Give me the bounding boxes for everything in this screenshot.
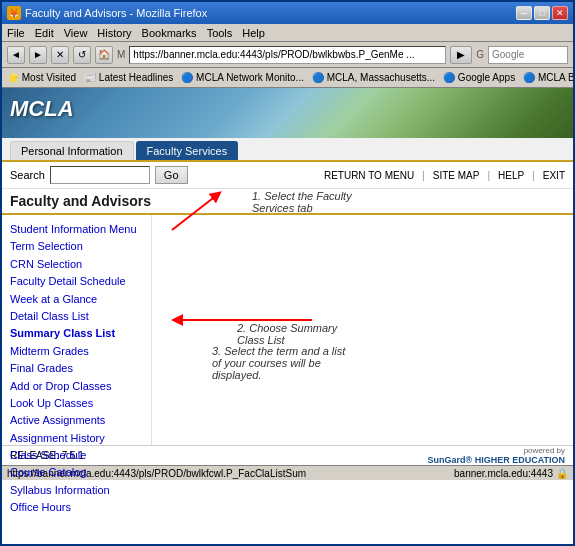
help-link[interactable]: HELP bbox=[498, 170, 524, 181]
back-button[interactable]: ◄ bbox=[7, 46, 25, 64]
lock-icon: 🔒 bbox=[556, 468, 568, 479]
tab-personal-information[interactable]: Personal Information bbox=[10, 141, 134, 160]
nav-assignment-history[interactable]: Assignment History bbox=[10, 430, 143, 447]
forward-button[interactable]: ► bbox=[29, 46, 47, 64]
home-button[interactable]: 🏠 bbox=[95, 46, 113, 64]
bookmark-mcla-blog[interactable]: 🔵 MCLA Blog bbox=[523, 72, 573, 83]
content-area: Student Information Menu Term Selection … bbox=[2, 215, 573, 445]
nav-look-up-classes[interactable]: Look Up Classes bbox=[10, 395, 143, 412]
nav-tabs: Personal Information Faculty Services bbox=[2, 138, 573, 162]
sidebar-nav: Student Information Menu Term Selection … bbox=[2, 215, 152, 445]
search-area: Search Go RETURN TO MENU | SITE MAP | HE… bbox=[2, 162, 573, 189]
powered-by-text: powered by bbox=[428, 446, 565, 455]
window-controls: ─ □ ✕ bbox=[516, 6, 568, 20]
nav-midterm-grades[interactable]: Midterm Grades bbox=[10, 343, 143, 360]
menu-help[interactable]: Help bbox=[242, 27, 265, 39]
mcla-logo: MCLA bbox=[10, 96, 74, 122]
address-go-button[interactable]: ▶ bbox=[450, 46, 472, 64]
main-body: 1. Select the FacultyServices tab 2. Cho… bbox=[152, 215, 573, 445]
address-label: M bbox=[117, 49, 125, 60]
menu-bar: File Edit View History Bookmarks Tools H… bbox=[2, 24, 573, 42]
bookmark-google-apps[interactable]: 🔵 Google Apps bbox=[443, 72, 515, 83]
browser-search-input[interactable] bbox=[488, 46, 568, 64]
menu-history[interactable]: History bbox=[97, 27, 131, 39]
close-button[interactable]: ✕ bbox=[552, 6, 568, 20]
address-input[interactable] bbox=[129, 46, 446, 64]
powered-by: powered by SunGard® HIGHER EDUCATION bbox=[428, 446, 565, 465]
header-banner: MCLA bbox=[2, 88, 573, 138]
menu-file[interactable]: File bbox=[7, 27, 25, 39]
annotation-3-text: 3. Select the term and a listof your cou… bbox=[212, 345, 345, 381]
nav-summary-class-list[interactable]: Summary Class List bbox=[10, 325, 143, 342]
site-map-link[interactable]: SITE MAP bbox=[433, 170, 480, 181]
stop-button[interactable]: ✕ bbox=[51, 46, 69, 64]
menu-tools[interactable]: Tools bbox=[207, 27, 233, 39]
nav-course-catalog[interactable]: Course Catalog bbox=[10, 464, 143, 481]
sungard-logo: SunGard® HIGHER EDUCATION bbox=[428, 455, 565, 465]
nav-syllabus-information[interactable]: Syllabus Information bbox=[10, 482, 143, 499]
nav-week-at-a-glance[interactable]: Week at a Glance bbox=[10, 291, 143, 308]
minimize-button[interactable]: ─ bbox=[516, 6, 532, 20]
bookmarks-bar: ⭐ Most Visited 📰 Latest Headlines 🔵 MCLA… bbox=[2, 68, 573, 88]
nav-final-grades[interactable]: Final Grades bbox=[10, 360, 143, 377]
nav-term-selection[interactable]: Term Selection bbox=[10, 238, 143, 255]
bookmark-most-visited[interactable]: ⭐ Most Visited bbox=[7, 72, 76, 83]
return-to-menu-link[interactable]: RETURN TO MENU bbox=[324, 170, 414, 181]
nav-crn-selection[interactable]: CRN Selection bbox=[10, 256, 143, 273]
bookmark-mcla-mass[interactable]: 🔵 MCLA, Massachusetts... bbox=[312, 72, 435, 83]
svg-line-0 bbox=[172, 195, 217, 230]
menu-bookmarks[interactable]: Bookmarks bbox=[142, 27, 197, 39]
maximize-button[interactable]: □ bbox=[534, 6, 550, 20]
search-label: Search bbox=[10, 169, 45, 181]
nav-active-assignments[interactable]: Active Assignments bbox=[10, 412, 143, 429]
bookmark-mcla-network[interactable]: 🔵 MCLA Network Monito... bbox=[181, 72, 304, 83]
firefox-icon: 🦊 bbox=[7, 6, 21, 20]
window-title: Faculty and Advisors - Mozilla Firefox bbox=[25, 7, 207, 19]
menu-view[interactable]: View bbox=[64, 27, 88, 39]
address-bar: ◄ ► ✕ ↺ 🏠 M ▶ G bbox=[2, 42, 573, 68]
annotation-2: 2. Choose SummaryClass List bbox=[157, 310, 337, 346]
title-bar: 🦊 Faculty and Advisors - Mozilla Firefox… bbox=[2, 2, 573, 24]
status-icons: banner.mcla.edu:4443 🔒 bbox=[454, 468, 568, 479]
menu-edit[interactable]: Edit bbox=[35, 27, 54, 39]
nav-office-hours[interactable]: Office Hours bbox=[10, 499, 143, 516]
refresh-button[interactable]: ↺ bbox=[73, 46, 91, 64]
tab-faculty-services[interactable]: Faculty Services bbox=[136, 141, 239, 160]
annotation-3: 3. Select the term and a listof your cou… bbox=[212, 345, 345, 381]
nav-faculty-detail-schedule[interactable]: Faculty Detail Schedule bbox=[10, 273, 143, 290]
search-input[interactable] bbox=[50, 166, 150, 184]
nav-add-or-drop-classes[interactable]: Add or Drop Classes bbox=[10, 378, 143, 395]
status-server: banner.mcla.edu:4443 bbox=[454, 468, 553, 479]
nav-student-information-menu[interactable]: Student Information Menu bbox=[10, 221, 143, 238]
arrow-1-svg bbox=[162, 185, 282, 235]
search-engine-icon: G bbox=[476, 49, 484, 60]
return-links: RETURN TO MENU | SITE MAP | HELP | EXIT bbox=[324, 170, 565, 181]
search-go-button[interactable]: Go bbox=[155, 166, 188, 184]
exit-link[interactable]: EXIT bbox=[543, 170, 565, 181]
nav-detail-class-list[interactable]: Detail Class List bbox=[10, 308, 143, 325]
nav-class-schedule[interactable]: Class Schedule bbox=[10, 447, 143, 464]
bookmark-latest-headlines[interactable]: 📰 Latest Headlines bbox=[84, 72, 173, 83]
